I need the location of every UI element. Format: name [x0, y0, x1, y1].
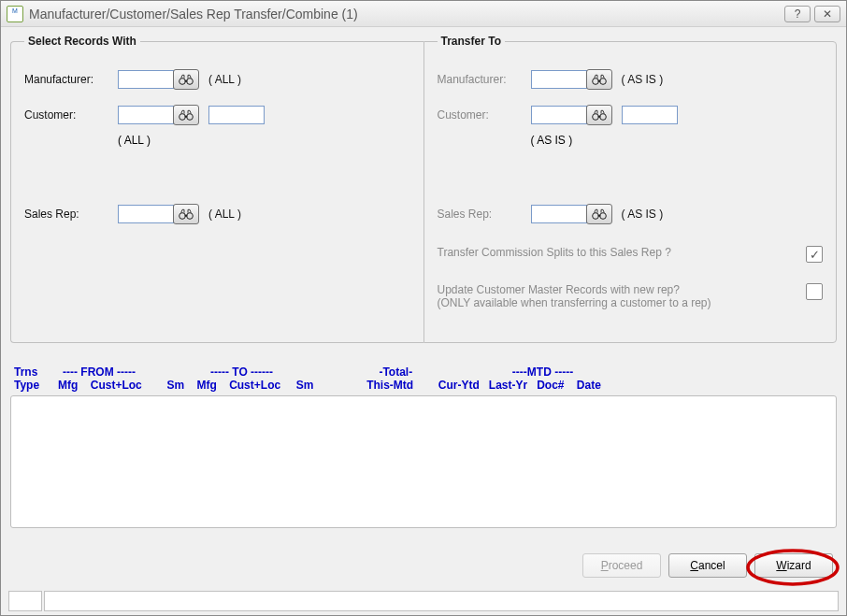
- transfer-cust-note: ( AS IS ): [531, 134, 824, 147]
- svg-rect-17: [597, 215, 600, 217]
- update-master-line1: Update Customer Master Records with new …: [438, 283, 680, 296]
- svg-rect-8: [185, 215, 188, 217]
- svg-point-4: [187, 114, 194, 121]
- close-button[interactable]: ✕: [814, 6, 840, 22]
- svg-point-16: [599, 213, 606, 220]
- transfer-cust-row: Customer:: [438, 104, 824, 126]
- update-master-line2: (ONLY available when transferring a cust…: [438, 296, 711, 309]
- svg-point-0: [179, 79, 186, 85]
- transfer-cust-label: Customer:: [438, 108, 531, 122]
- svg-point-9: [592, 79, 598, 85]
- wizard-button[interactable]: Wizard: [754, 553, 833, 578]
- select-rep-lookup-button[interactable]: [173, 204, 199, 224]
- transfer-mfg-input[interactable]: [531, 70, 587, 89]
- transfer-rep-input[interactable]: [531, 205, 587, 223]
- select-rep-label: Sales Rep:: [24, 208, 118, 221]
- transfer-rep-suffix: ( AS IS ): [622, 208, 664, 221]
- svg-point-3: [179, 114, 186, 121]
- svg-point-10: [599, 79, 606, 85]
- svg-point-1: [187, 79, 194, 85]
- update-master-option: Update Customer Master Records with new …: [438, 283, 824, 309]
- binoculars-icon: [179, 108, 194, 122]
- svg-rect-2: [185, 80, 188, 82]
- select-mfg-lookup-button[interactable]: [173, 69, 199, 90]
- binoculars-icon: [592, 208, 607, 221]
- help-button[interactable]: ?: [784, 6, 811, 22]
- binoculars-icon: [179, 73, 194, 86]
- status-cell-2: [44, 591, 839, 611]
- select-rep-row: Sales Rep: ( ALL ): [24, 203, 410, 225]
- app-icon: M: [7, 6, 23, 22]
- select-records-fieldset: Select Records With Manufacturer: ( ALL …: [10, 35, 424, 343]
- select-rep-suffix: ( ALL ): [208, 208, 241, 221]
- transfer-to-fieldset: Transfer To Manufacturer: ( AS IS ): [424, 35, 838, 343]
- update-master-checkbox[interactable]: [806, 283, 823, 300]
- statusbar: [8, 591, 839, 611]
- transfer-cust-input[interactable]: [531, 106, 587, 124]
- select-cust-label: Customer:: [24, 108, 118, 122]
- grid-header-line2: Type Mfg Cust+Loc Sm Mfg Cust+Loc Sm Thi…: [14, 379, 833, 392]
- transfer-commission-option: Transfer Commission Splits to this Sales…: [438, 246, 824, 263]
- select-cust-loc-input[interactable]: [208, 106, 265, 124]
- fieldset-row: Select Records With Manufacturer: ( ALL …: [10, 35, 837, 343]
- titlebar: M Manufacturer/Customer/Sales Rep Transf…: [1, 1, 846, 27]
- transfer-rep-lookup-button[interactable]: [586, 204, 612, 224]
- svg-point-6: [179, 213, 186, 220]
- transfer-cust-loc-input[interactable]: [622, 106, 678, 124]
- binoculars-icon: [179, 208, 194, 221]
- transfer-mfg-row: Manufacturer: ( AS IS ): [438, 68, 824, 91]
- proceed-label: Proceed: [601, 559, 643, 572]
- transfer-commission-label: Transfer Commission Splits to this Sales…: [438, 246, 796, 259]
- client-area: Select Records With Manufacturer: ( ALL …: [1, 27, 846, 615]
- transfer-commission-checkbox[interactable]: [806, 246, 823, 263]
- select-cust-input[interactable]: [118, 106, 174, 124]
- select-rep-input[interactable]: [118, 205, 174, 223]
- select-mfg-row: Manufacturer: ( ALL ): [24, 68, 410, 91]
- app-window: M Manufacturer/Customer/Sales Rep Transf…: [0, 0, 847, 616]
- binoculars-icon: [592, 73, 607, 86]
- select-records-legend: Select Records With: [24, 35, 140, 48]
- transfer-mfg-lookup-button[interactable]: [586, 69, 612, 90]
- proceed-button: Proceed: [582, 553, 661, 578]
- window-title: Manufacturer/Customer/Sales Rep Transfer…: [29, 7, 781, 21]
- transfer-cust-lookup-button[interactable]: [586, 105, 612, 125]
- binoculars-icon: [592, 108, 607, 122]
- update-master-label: Update Customer Master Records with new …: [438, 283, 796, 309]
- action-bar: Proceed Cancel Wizard: [582, 553, 833, 578]
- transfer-mfg-suffix: ( AS IS ): [622, 73, 664, 86]
- grid-body[interactable]: [10, 395, 837, 528]
- transfer-rep-label: Sales Rep:: [438, 208, 531, 221]
- transfer-mfg-label: Manufacturer:: [438, 73, 531, 86]
- select-mfg-suffix: ( ALL ): [208, 73, 241, 86]
- select-mfg-label: Manufacturer:: [24, 73, 118, 86]
- cancel-button[interactable]: Cancel: [668, 553, 747, 578]
- svg-point-7: [187, 213, 194, 220]
- svg-rect-11: [597, 80, 600, 82]
- transfer-to-legend: Transfer To: [438, 35, 505, 48]
- status-cell-1: [8, 591, 42, 611]
- select-cust-lookup-button[interactable]: [173, 105, 199, 125]
- transfer-rep-row: Sales Rep: ( AS IS ): [438, 203, 824, 225]
- wizard-label: Wizard: [776, 559, 811, 572]
- svg-rect-5: [185, 116, 188, 118]
- select-cust-note: ( ALL ): [118, 134, 410, 147]
- select-mfg-input[interactable]: [118, 70, 174, 89]
- svg-rect-14: [597, 116, 600, 118]
- cancel-label: Cancel: [690, 559, 725, 572]
- svg-point-15: [592, 213, 598, 220]
- grid-header: Trns ---- FROM ----- ----- TO ------ -To…: [10, 365, 837, 392]
- svg-point-13: [599, 114, 606, 121]
- grid-header-line1: Trns ---- FROM ----- ----- TO ------ -To…: [14, 365, 833, 379]
- svg-point-12: [592, 114, 598, 121]
- select-cust-row: Customer:: [24, 104, 410, 126]
